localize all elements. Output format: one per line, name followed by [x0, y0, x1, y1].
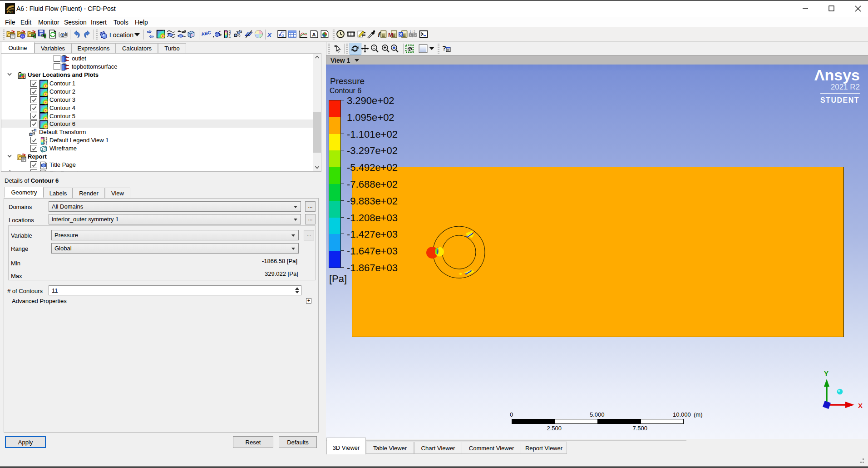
svg-text:X: X	[858, 402, 863, 409]
svg-text:2: 2	[414, 30, 415, 33]
svg-text:f: f	[378, 31, 381, 39]
svg-text:PST: PST	[7, 10, 13, 14]
svg-text:M: M	[388, 31, 393, 38]
svg-text:x: x	[267, 30, 272, 38]
svg-text:1: 1	[229, 35, 231, 38]
svg-text:?: ?	[442, 45, 446, 52]
svg-text:ABC: ABC	[202, 30, 211, 37]
svg-text:1: 1	[409, 30, 411, 33]
svg-text:Y: Y	[824, 369, 829, 377]
svg-text:A: A	[312, 32, 316, 37]
